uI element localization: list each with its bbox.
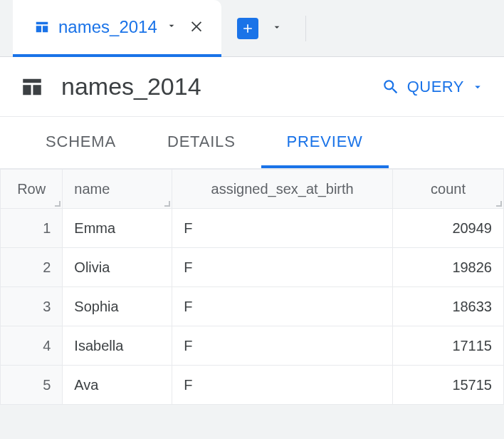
- table-row: 5 Ava F 15715: [1, 366, 504, 405]
- tab-details[interactable]: DETAILS: [142, 117, 261, 168]
- table-icon: [20, 75, 44, 99]
- cell-name: Olivia: [63, 248, 172, 287]
- col-header-count[interactable]: count: [393, 170, 504, 209]
- query-button[interactable]: QUERY: [382, 78, 484, 96]
- cell-name: Isabella: [63, 326, 172, 366]
- table-row: 1 Emma F 20949: [1, 209, 504, 248]
- cell-count: 18633: [393, 287, 504, 326]
- new-tab-dropdown-icon[interactable]: [271, 21, 283, 36]
- tab-schema[interactable]: SCHEMA: [20, 117, 142, 168]
- top-tab-bar: names_2014: [0, 0, 504, 57]
- cell-sex: F: [172, 326, 393, 366]
- tab-label: names_2014: [58, 17, 157, 37]
- cell-name: Emma: [63, 209, 172, 248]
- cell-row-num: 5: [1, 366, 63, 405]
- tab-preview[interactable]: PREVIEW: [261, 117, 389, 168]
- table-row: 3 Sophia F 18633: [1, 287, 504, 326]
- page-title: names_2014: [61, 73, 382, 100]
- table-icon: [34, 19, 50, 35]
- cell-sex: F: [172, 287, 393, 326]
- preview-table: Row name assigned_sex_at_birth count 1 E…: [0, 169, 504, 405]
- header-panel: names_2014 QUERY: [0, 57, 504, 117]
- search-icon: [382, 78, 400, 96]
- query-button-label: QUERY: [407, 78, 464, 96]
- section-tabs: SCHEMA DETAILS PREVIEW: [0, 117, 504, 169]
- new-tab-button[interactable]: [237, 18, 258, 39]
- cell-count: 15715: [393, 366, 504, 405]
- cell-sex: F: [172, 209, 393, 248]
- table-row: 2 Olivia F 19826: [1, 248, 504, 287]
- tab-names-2014[interactable]: names_2014: [13, 0, 221, 57]
- cell-sex: F: [172, 248, 393, 287]
- tab-dropdown-icon[interactable]: [166, 20, 177, 34]
- cell-count: 17115: [393, 326, 504, 366]
- table-row: 4 Isabella F 17115: [1, 326, 504, 366]
- col-header-sex[interactable]: assigned_sex_at_birth: [172, 170, 393, 209]
- close-icon[interactable]: [186, 16, 207, 38]
- cell-sex: F: [172, 366, 393, 405]
- col-header-name[interactable]: name: [63, 170, 172, 209]
- col-header-row[interactable]: Row: [1, 170, 63, 209]
- new-tab-group: [237, 16, 306, 41]
- divider: [305, 16, 306, 41]
- chevron-down-icon: [471, 81, 484, 93]
- cell-row-num: 3: [1, 287, 63, 326]
- cell-row-num: 4: [1, 326, 63, 366]
- cell-count: 19826: [393, 248, 504, 287]
- cell-row-num: 2: [1, 248, 63, 287]
- cell-name: Ava: [63, 366, 172, 405]
- cell-name: Sophia: [63, 287, 172, 326]
- cell-row-num: 1: [1, 209, 63, 248]
- cell-count: 20949: [393, 209, 504, 248]
